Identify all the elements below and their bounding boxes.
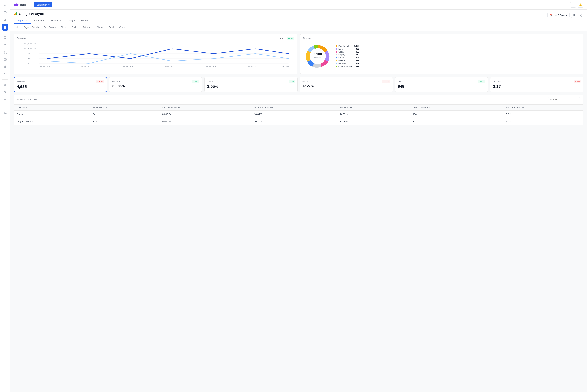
tab-events[interactable]: Events [78,18,91,24]
users-icon[interactable] [2,88,8,95]
table-header-row: Showing 8 of 8 Rows [14,95,583,105]
metric-sessions-change: ▲23% [96,80,104,83]
svg-text:600: 600 [28,58,36,60]
legend-dot-referral [336,63,337,64]
audience-icon[interactable] [2,42,8,48]
svg-text:Sessions: Sessions [314,57,321,59]
bell-icon: 🔔 [579,4,582,6]
metric-goal-completions-value: 949 [398,84,485,89]
filter-tab-other[interactable]: Other [117,25,127,29]
legend-label-social: Social [338,51,353,53]
list-icon[interactable] [2,96,8,102]
analytics-header: Google Analytics Acquisition Audience Co… [10,10,587,24]
metric-avg-session-label: Avg. Ses... +10% [112,80,200,83]
svg-text:1,200: 1,200 [24,43,36,45]
analytics-page-title: Google Analytics [19,12,46,16]
legend-social: Social 968 [336,51,359,53]
tab-acquisition[interactable]: Acquisition [14,18,31,24]
phone-icon[interactable] [2,49,8,56]
data-table-card: Showing 8 of 8 Rows CHANNEL SESSIONS ▼ A… [14,95,583,125]
filter-tab-social[interactable]: Social [69,25,80,29]
legend-label-referral: Referral [338,62,353,64]
line-chart-title: Sessions [17,37,26,40]
campaign-button[interactable]: Campaign ▾ [34,2,52,8]
row-channel-1: Social [14,111,90,118]
row-goal-completions-2: 82 [410,118,503,125]
tab-audience[interactable]: Audience [31,18,47,24]
cart-icon[interactable] [2,71,8,77]
email-icon[interactable] [2,56,8,63]
columns-button[interactable] [571,12,576,18]
metric-pages-session-label: Pages/Se... ▼9% [493,80,581,83]
logo: ctr | ead [14,3,26,7]
campaign-label: Campaign [36,4,47,6]
logo-ead: ead [20,3,26,7]
col-sessions[interactable]: SESSIONS ▼ [90,105,159,111]
row-bounce-rate-1: 54.33% [337,111,410,118]
svg-text:400: 400 [28,62,36,64]
metric-new-sessions[interactable]: % New S... +7% 3.05% [204,77,297,92]
metric-goal-completions[interactable]: Goal Co... +80% 949 [395,77,488,92]
metric-sessions[interactable]: Sessions ▲23% 4,635 [14,77,107,92]
row-pages-session-1: 5.82 [503,111,583,118]
date-range-button[interactable]: 📅 Last 7 Days ▾ [547,12,569,18]
filter-tab-email[interactable]: Email [107,25,116,29]
document-icon[interactable] [2,81,8,88]
tab-pages[interactable]: Pages [66,18,78,24]
settings-icon[interactable] [2,110,8,117]
sort-icon-sessions: ▼ [105,106,107,109]
filter-tab-all[interactable]: All [14,25,21,29]
metric-pages-session[interactable]: Pages/Se... ▼9% 3.17 [490,77,583,92]
filter-tab-direct[interactable]: Direct [59,25,69,29]
row-pages-session-2: 5.72 [503,118,583,125]
legend-value-email: 982 [356,48,359,50]
svg-rect-16 [15,13,16,15]
svg-rect-18 [573,14,573,16]
tab-conversions[interactable]: Conversions [47,18,66,24]
metric-avg-session-value: 00:00:26 [112,84,200,88]
plugin-icon[interactable] [2,103,8,110]
filter-tab-paid[interactable]: Paid Search [42,25,58,29]
line-chart-header: Sessions 6,143 +14% [17,37,294,40]
table-search-input[interactable] [547,97,580,102]
legend-value-referral: 669 [356,62,359,64]
filter-tab-referrals[interactable]: Referrals [80,25,94,29]
svg-point-13 [5,106,6,106]
logo-ctr: ctr [14,3,19,7]
analytics-icon[interactable] [2,10,8,16]
table-header-row-cols: CHANNEL SESSIONS ▼ AVG. SESSION DU... % … [14,105,583,111]
table-head: CHANNEL SESSIONS ▼ AVG. SESSION DU... % … [14,105,583,111]
svg-text:28 Nov: 28 Nov [164,66,180,68]
dashboard-icon[interactable] [2,24,8,30]
filter-tab-display[interactable]: Display [94,25,106,29]
svg-rect-2 [4,26,5,27]
search-icon[interactable] [2,17,8,23]
legend-direct: Direct 897 [336,56,359,59]
table-showing: Showing 8 of 8 Rows [17,98,38,101]
svg-rect-3 [5,26,6,27]
metric-bounce-rate[interactable]: Bounce ... ▲68% 72.27% [300,77,393,92]
svg-rect-4 [4,28,5,28]
home-icon[interactable]: ⌂ [2,2,8,9]
svg-text:1 Dec: 1 Dec [282,66,294,68]
legend-other: (Other) 865 [336,60,359,62]
chat-icon[interactable] [2,34,8,41]
legend-dot-direct [336,57,337,58]
sessions-change-badge: +14% [287,37,294,40]
svg-rect-7 [4,58,6,60]
notifications-button[interactable]: 🔔 [577,2,583,8]
filter-tab-organic[interactable]: Organic Search [21,25,41,29]
date-range-label: Last 7 Days [553,14,565,16]
location-icon[interactable] [2,64,8,70]
share-button[interactable] [578,12,583,18]
svg-point-10 [6,75,6,75]
legend-label-display: Display [338,54,353,56]
main-content: ctr | ead Campaign ▾ ? 🔔 [10,0,587,392]
donut-container: 6,988 Sessions Paid Search 1,076 Email [303,42,580,71]
legend-dot-other [336,60,337,61]
donut-chart-header: Sessions [303,37,580,40]
svg-rect-5 [5,28,6,28]
metrics-row: Sessions ▲23% 4,635 Avg. Ses... +10% 00:… [14,77,583,92]
help-button[interactable]: ? [570,2,576,8]
metric-avg-session[interactable]: Avg. Ses... +10% 00:00:26 [109,77,202,92]
